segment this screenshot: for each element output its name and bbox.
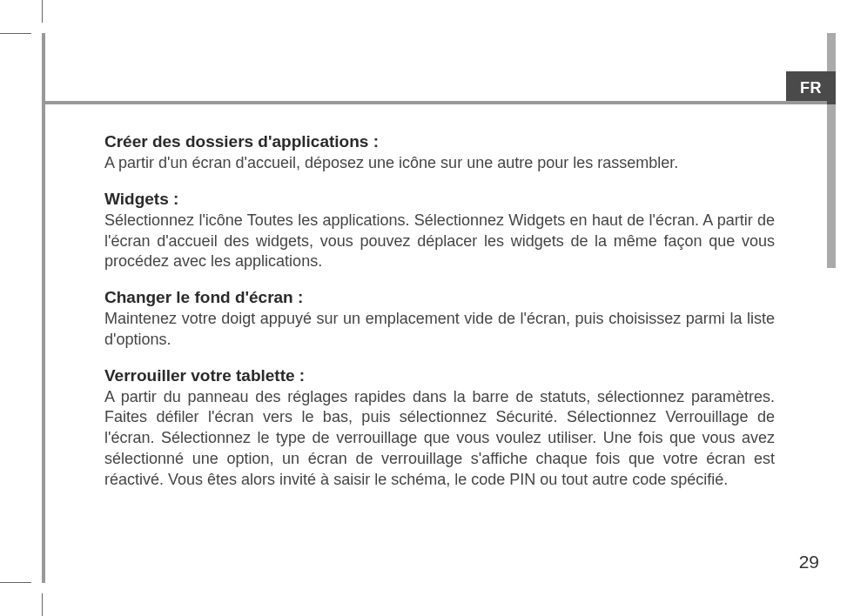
section-heading: Verrouiller votre tablette : (104, 366, 775, 385)
section-lock-tablet: Verrouiller votre tablette : A partir du… (104, 366, 775, 491)
section-wallpaper: Changer le fond d'écran : Maintenez votr… (104, 288, 775, 351)
section-create-folders: Créer des dossiers d'applications : A pa… (104, 132, 775, 174)
page-edge-strip (827, 33, 836, 268)
section-heading: Widgets : (104, 190, 775, 209)
crop-mark (42, 0, 43, 23)
section-body: A partir d'un écran d'accueil, déposez u… (104, 153, 775, 174)
crop-mark (0, 582, 31, 583)
crop-mark (42, 593, 43, 616)
section-body: Maintenez votre doigt appuyé sur un empl… (104, 309, 775, 351)
section-widgets: Widgets : Sélectionnez l'icône Toutes le… (104, 190, 775, 272)
frame-border-left (42, 33, 45, 583)
section-heading: Créer des dossiers d'applications : (104, 132, 775, 151)
crop-mark (0, 33, 31, 34)
frame-border-top (42, 101, 827, 104)
language-tab: FR (786, 71, 836, 104)
page-number: 29 (799, 552, 819, 572)
section-body: A partir du panneau des réglages rapides… (104, 387, 775, 491)
section-body: Sélectionnez l'icône Toutes les applicat… (104, 211, 775, 272)
page-content: Créer des dossiers d'applications : A pa… (104, 132, 775, 506)
section-heading: Changer le fond d'écran : (104, 288, 775, 307)
